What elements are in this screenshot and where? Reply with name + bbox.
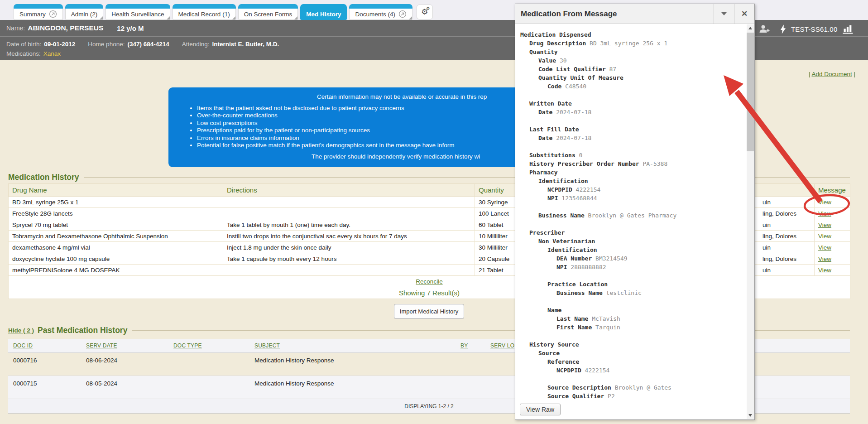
tab-label: On Screen Forms [244,11,293,18]
modal-line: Non Veterinarian [520,237,745,246]
message-cell: View [815,208,850,219]
modal-field-value: 0 [575,152,583,159]
doc-id-cell: 0000716 [8,352,81,376]
popout-icon[interactable] [398,10,407,18]
scroll-thumb[interactable] [747,33,754,151]
col-message[interactable]: Message [815,184,850,197]
message-cell: View [815,265,850,276]
modal-line: Drug Description BD 3mL syringe 25G x 1 [520,39,745,48]
settings-gear-button[interactable]: ⚙⚙ [417,5,433,19]
tab-on-screen-forms[interactable]: On Screen Forms [238,4,298,20]
directions-cell [223,265,475,276]
modal-line: Identification [520,177,745,185]
modal-blank-line [520,91,745,99]
med-history-title: Medication History [8,173,79,182]
modal-line: Pharmacy [520,168,745,177]
modal-field-label: Source Description [547,384,611,391]
reconcile-link[interactable]: Reconcile [416,278,442,285]
modal-field-label: Name [547,307,561,313]
modal-line: Medication Dispensed [520,30,745,39]
lightning-icon[interactable] [780,24,786,34]
tab-label: Documents (4) [355,11,395,18]
add-document-link[interactable]: Add Document [811,71,852,77]
tab-top-strip [349,4,412,9]
drug-name-cell: doxycycline hyclate 100 mg capsule [9,253,223,265]
view-raw-button[interactable]: View Raw [520,404,561,415]
modal-field-label: Quantity [529,48,558,55]
tab-body: Medical Record (1) [173,9,236,20]
medications-label: Medications: [6,50,41,57]
col-doc-type[interactable]: DOC TYPE [173,342,202,349]
modal-field-value: Brooklyn @ Gates Pharmacy [585,212,677,219]
tab-top-strip [106,4,170,9]
scroll-up-arrow[interactable] [747,24,754,32]
col-subject[interactable]: SUBJECT [254,342,280,349]
hide-toggle-link[interactable]: Hide ( 2 ) [8,327,34,334]
modal-line: Substitutions 0 [520,151,745,159]
view-message-link[interactable]: View [818,233,831,240]
modal-field-label: Non Veterinarian [538,238,595,245]
modal-line: Code C48540 [520,82,745,91]
doc-type-cell [168,352,249,376]
modal-line: Last Name McTavish [520,314,745,323]
add-user-icon[interactable] [759,24,770,34]
view-message-link[interactable]: View [818,222,831,228]
view-message-link[interactable]: View [818,210,831,217]
modal-field-value: 4222154 [581,367,610,374]
modal-field-label: NCPDPID [547,186,572,193]
modal-blank-line [520,297,745,306]
tab-health-surveillance[interactable]: Health Surveillance [106,4,170,20]
modal-line: Date 2024-07-18 [520,134,745,142]
modal-field-label: History Source [529,341,579,348]
col-serv-date[interactable]: SERV DATE [86,342,117,349]
message-cell: View [815,197,850,208]
tab-med-history[interactable]: Med History [300,4,347,20]
modal-collapse-button[interactable] [714,4,734,24]
tab-label: Medical Record (1) [178,11,230,18]
tab-body: Med History [300,9,347,20]
tab-top-strip [14,4,63,9]
drug-name-cell: Sprycel 70 mg tablet [9,219,223,231]
popout-icon[interactable] [49,10,57,18]
tab-label: Admin (2) [71,11,98,18]
tab-body: Health Surveillance [106,9,170,20]
drug-name-cell: BD 3mL syringe 25G x 1 [9,197,223,208]
view-message-link[interactable]: View [818,255,831,262]
drug-name-cell: methylPREDNISolone 4 MG DOSEPAK [9,265,223,276]
by-cell [456,376,485,399]
col-by[interactable]: BY [460,342,468,349]
serv-date-cell: 08-06-2024 [81,352,168,376]
tab-medical-record-1[interactable]: Medical Record (1) [173,4,236,20]
directions-cell [223,197,475,208]
view-message-link[interactable]: View [818,199,831,206]
col-drug-name[interactable]: Drug Name [9,184,223,197]
col-doc-id[interactable]: DOC ID [13,342,33,349]
import-medical-history-button[interactable]: Import Medical History [394,304,464,319]
modal-scrollbar[interactable] [747,24,754,419]
modal-line: History Prescriber Order Number PA-5388 [520,159,745,168]
modal-field-value: 1235468844 [558,195,597,202]
modal-title-bar: Medication From Message ✕ [515,4,754,24]
modal-line: Name [520,306,745,314]
col-directions[interactable]: Directions [223,184,475,197]
view-message-link[interactable]: View [818,244,831,251]
modal-close-button[interactable]: ✕ [734,4,754,24]
tab-summary[interactable]: Summary [14,4,63,20]
modal-field-label: Medication Dispensed [520,31,591,38]
chart-icon[interactable] [842,24,854,34]
modal-line: Quantity Unit Of Measure [520,73,745,82]
pipe-close: | [852,71,855,77]
tab-label: Med History [306,11,341,18]
tab-admin-2[interactable]: Admin (2) [65,4,104,20]
modal-field-label: Quantity Unit Of Measure [538,74,623,81]
tab-fold-corner [294,16,297,19]
modal-line: NPI 1235468844 [520,194,745,202]
modal-content: Medication DispensedDrug Description BD … [520,30,745,400]
medications-link[interactable]: Xanax [43,50,61,57]
tab-fold-corner [232,16,235,19]
tab-documents-4[interactable]: Documents (4) [349,4,412,20]
view-message-link[interactable]: View [818,267,831,274]
scroll-down-arrow[interactable] [747,412,754,419]
system-toolbar: TEST-SS61.00 [759,22,854,36]
col-serv-loc[interactable]: SERV LO [490,342,514,349]
